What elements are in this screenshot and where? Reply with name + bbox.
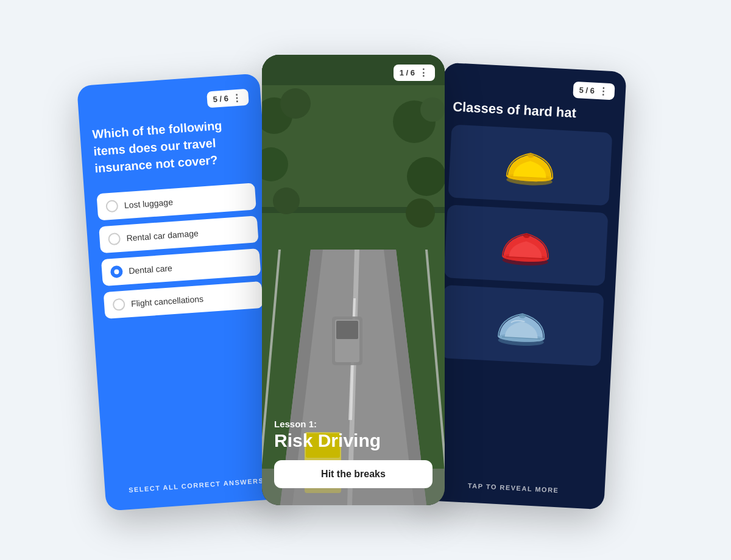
- radio-lost-luggage: [105, 200, 118, 212]
- blue-hat-icon: [493, 301, 551, 350]
- hardhat-card: 5 / 6 ⋮ Classes of hard hat: [421, 63, 626, 510]
- hardhat-item-blue[interactable]: [440, 285, 604, 366]
- lesson-card: 1 / 6 ⋮ Lesson 1: Risk Driving Hit the b…: [262, 55, 445, 505]
- radio-dental-care: [110, 265, 123, 278]
- quiz-header: 5 / 6 ⋮: [90, 89, 249, 116]
- radio-rental-car: [108, 233, 121, 245]
- radio-flight: [112, 298, 125, 311]
- option-flight-text: Flight cancellations: [131, 294, 204, 309]
- hardhat-progress-badge: 5 / 6 ⋮: [573, 82, 615, 100]
- lesson-title: Risk Driving: [274, 430, 433, 450]
- lesson-progress-badge: 1 / 6 ⋮: [394, 65, 435, 81]
- option-flight[interactable]: Flight cancellations: [104, 281, 263, 319]
- lesson-header: 1 / 6 ⋮: [394, 65, 435, 81]
- hardhat-progress-text: 5 / 6: [579, 85, 595, 95]
- quiz-card: 5 / 6 ⋮ Which of the following items doe…: [77, 73, 289, 511]
- option-lost-luggage[interactable]: Lost luggage: [96, 183, 256, 220]
- option-dental-care[interactable]: Dental care: [101, 248, 261, 286]
- lesson-action-button[interactable]: Hit the breaks: [274, 460, 433, 488]
- quiz-progress-text: 5 / 6: [213, 94, 228, 104]
- lesson-subtitle: Lesson 1:: [274, 419, 433, 429]
- quiz-menu-icon[interactable]: ⋮: [231, 91, 242, 103]
- svg-point-23: [406, 198, 435, 228]
- quiz-question: Which of the following items does our tr…: [92, 115, 253, 177]
- hardhat-item-yellow[interactable]: [448, 124, 612, 206]
- option-rental-car[interactable]: Rental car damage: [99, 215, 258, 253]
- select-all-label: SELECT ALL CORRECT ANSWERS: [129, 477, 264, 493]
- yellow-hat-icon: [502, 141, 559, 189]
- lesson-menu-icon[interactable]: ⋮: [418, 67, 429, 79]
- svg-point-21: [407, 157, 445, 196]
- svg-point-22: [273, 187, 300, 214]
- hardhat-header: 5 / 6 ⋮: [454, 75, 615, 100]
- red-hat-icon: [498, 221, 555, 270]
- hardhat-item-red[interactable]: [444, 205, 609, 286]
- quiz-options-list: Lost luggage Rental car damage Dental ca…: [96, 183, 274, 472]
- cards-container: 5 / 6 ⋮ Which of the following items doe…: [91, 43, 640, 517]
- svg-rect-12: [336, 321, 358, 339]
- lesson-content: Lesson 1: Risk Driving: [274, 419, 433, 450]
- option-lost-luggage-text: Lost luggage: [124, 197, 173, 211]
- hardhat-items-list: [434, 124, 612, 476]
- option-dental-care-text: Dental care: [129, 263, 173, 276]
- svg-point-17: [280, 88, 311, 119]
- svg-point-19: [420, 97, 445, 122]
- lesson-button-container: Hit the breaks: [274, 460, 433, 488]
- lesson-progress-text: 1 / 6: [400, 68, 415, 77]
- hardhat-title: Classes of hard hat: [453, 99, 614, 124]
- quiz-progress-badge: 5 / 6 ⋮: [207, 89, 249, 108]
- hardhat-menu-icon[interactable]: ⋮: [598, 85, 609, 97]
- option-rental-car-text: Rental car damage: [126, 228, 199, 243]
- tap-reveal-label: TAP TO REVEAL MORE: [468, 482, 559, 494]
